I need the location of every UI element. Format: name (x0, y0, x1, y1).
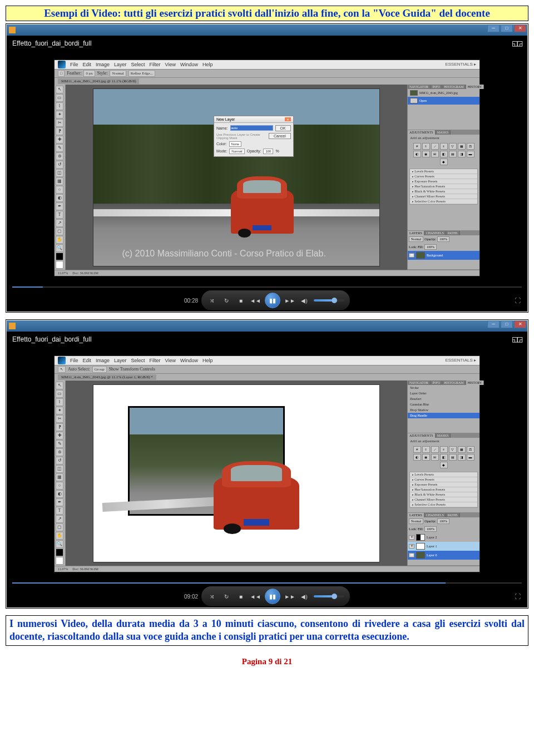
photo-filter-icon[interactable]: ◉ (422, 454, 430, 461)
foreground-color[interactable] (56, 253, 63, 260)
auto-select-value[interactable]: Group (92, 366, 107, 373)
menu-file[interactable]: File (70, 62, 78, 67)
tab-layers[interactable]: LAYERS (408, 231, 424, 235)
tab-history[interactable]: HISTORY (466, 381, 484, 385)
opacity-value[interactable]: 100% (437, 236, 449, 242)
heal-tool-icon[interactable]: ✚ (56, 432, 63, 439)
history-item[interactable]: Drag Handle (408, 413, 479, 418)
move-tool-icon[interactable]: ↖ (56, 382, 63, 389)
type-tool-icon[interactable]: T (56, 211, 63, 219)
mute-button[interactable]: ◀) (299, 591, 309, 601)
brightness-icon[interactable]: ☀ (413, 143, 421, 150)
vibrance-icon[interactable]: ▽ (449, 143, 457, 150)
shuffle-button[interactable]: ⤭ (207, 591, 217, 601)
next-button[interactable]: ►► (285, 591, 295, 601)
tab-adjustments[interactable]: ADJUSTMENTS (408, 130, 436, 135)
layer-row[interactable]: 👁 Layer 0 (408, 551, 479, 560)
tab-channels[interactable]: CHANNELS (424, 231, 446, 235)
clip-checkbox-label[interactable]: Use Previous Layer to Create Clipping Ma… (216, 133, 266, 140)
crop-tool-icon[interactable]: ✂ (56, 119, 63, 127)
foreground-color[interactable] (56, 549, 63, 556)
balance-icon[interactable]: ⚖ (467, 446, 474, 453)
gradient-map-icon[interactable]: ▬ (467, 454, 474, 461)
feather-value[interactable]: 0 px (83, 70, 95, 77)
zoom-tool-icon[interactable]: 🔍 (56, 244, 63, 252)
style-value[interactable]: Normal (110, 70, 126, 77)
close-button[interactable]: ✕ (514, 320, 526, 328)
document-tab[interactable]: MM11_dom_IMG_2043.jpg @ 11.1% (Layer 1, … (58, 374, 156, 380)
document-tab[interactable]: MM11_dom_IMG_2043.jpg @ 11.1% (RGB/8) (58, 78, 139, 84)
background-color[interactable] (56, 557, 63, 565)
tab-navigator[interactable]: NAVIGATOR (408, 85, 431, 89)
seek-bar[interactable] (7, 285, 527, 289)
hue-icon[interactable]: ▦ (458, 446, 466, 453)
menu-file[interactable]: File (70, 358, 78, 363)
workspace-selector[interactable]: ESSENTIALS ▸ (445, 358, 476, 363)
seek-bar[interactable] (7, 581, 527, 585)
exposure-icon[interactable]: ± (440, 143, 448, 150)
brush-tool-icon[interactable]: ✎ (56, 144, 63, 152)
name-input[interactable]: auto (230, 125, 273, 131)
show-transform-label[interactable]: Show Transform Controls (109, 367, 155, 372)
preset-item[interactable]: Selective Color Presets (410, 199, 477, 204)
color-select[interactable]: None (229, 141, 241, 147)
repeat-button[interactable]: ↻ (221, 295, 231, 305)
crop-tool-icon[interactable]: ✂ (56, 415, 63, 423)
photo-filter-icon[interactable]: ◉ (422, 151, 430, 157)
menu-layer[interactable]: Layer (114, 358, 127, 363)
preset-item[interactable]: Exposure Presets (410, 179, 477, 184)
cancel-button[interactable]: Cancel (269, 133, 291, 139)
menu-image[interactable]: Image (96, 62, 110, 67)
eyedropper-tool-icon[interactable]: ⁋ (56, 127, 63, 135)
prev-button[interactable]: ◄◄ (250, 295, 260, 305)
marquee-tool-icon[interactable]: ▭ (56, 390, 63, 398)
posterize-icon[interactable]: ▤ (449, 454, 457, 461)
layer-row[interactable]: 👁 Layer 2 (408, 533, 479, 542)
hand-tool-icon[interactable]: ✋ (56, 236, 63, 244)
path-tool-icon[interactable]: ↗ (56, 219, 63, 227)
invert-icon[interactable]: ◧ (440, 151, 448, 157)
blur-tool-icon[interactable]: ○ (56, 186, 63, 194)
selective-icon[interactable]: ◆ (440, 159, 448, 165)
invert-icon[interactable]: ◧ (440, 454, 448, 461)
menu-help[interactable]: Help (202, 62, 213, 67)
gradient-map-icon[interactable]: ▬ (467, 151, 474, 157)
workspace-selector[interactable]: ESSENTIALS ▸ (445, 62, 476, 67)
gradient-tool-icon[interactable]: ▦ (56, 177, 63, 185)
ok-button[interactable]: OK (275, 125, 291, 131)
heal-tool-icon[interactable]: ✚ (56, 136, 63, 144)
layer-row[interactable]: 👁 Background (408, 251, 479, 260)
tab-navigator[interactable]: NAVIGATOR (408, 381, 431, 385)
blend-mode[interactable]: Normal (409, 236, 423, 242)
stop-button[interactable]: ■ (236, 295, 246, 305)
fill-value[interactable]: 100% (424, 526, 437, 532)
dodge-tool-icon[interactable]: ◐ (56, 194, 63, 202)
dialog-close-icon[interactable]: ✕ (285, 117, 291, 121)
tab-history[interactable]: HISTORY (466, 85, 484, 89)
menu-help[interactable]: Help (202, 358, 213, 363)
mute-button[interactable]: ◀) (299, 295, 309, 305)
eraser-tool-icon[interactable]: ◫ (56, 169, 63, 177)
maximize-button[interactable]: □ (501, 320, 513, 328)
balance-icon[interactable]: ⚖ (467, 143, 474, 150)
background-color[interactable] (56, 261, 63, 269)
preset-item[interactable]: Levels Presets (410, 472, 477, 477)
zoom-level[interactable]: 11.07% (58, 567, 68, 571)
mixer-icon[interactable]: ⊞ (431, 454, 439, 461)
threshold-icon[interactable]: ◨ (458, 151, 466, 157)
fullscreen-button[interactable]: ⛶ (515, 297, 521, 304)
preset-item[interactable]: Black & White Presets (410, 492, 477, 497)
visibility-icon[interactable]: 👁 (409, 535, 414, 540)
next-button[interactable]: ►► (285, 295, 295, 305)
curves-icon[interactable]: ⟋ (431, 446, 439, 453)
history-item[interactable]: MM11_dom_IMG_2043.jpg (408, 89, 479, 97)
threshold-icon[interactable]: ◨ (458, 454, 466, 461)
dodge-tool-icon[interactable]: ◐ (56, 490, 63, 498)
prev-button[interactable]: ◄◄ (250, 591, 260, 601)
menu-edit[interactable]: Edit (83, 62, 92, 67)
history-brush-icon[interactable]: ↺ (56, 161, 63, 169)
preset-item[interactable]: Hue/Saturation Presets (410, 487, 477, 492)
play-pause-button[interactable]: ▮▮ (265, 293, 280, 308)
maximize-button[interactable]: □ (501, 24, 513, 32)
stamp-tool-icon[interactable]: ⊛ (56, 152, 63, 160)
